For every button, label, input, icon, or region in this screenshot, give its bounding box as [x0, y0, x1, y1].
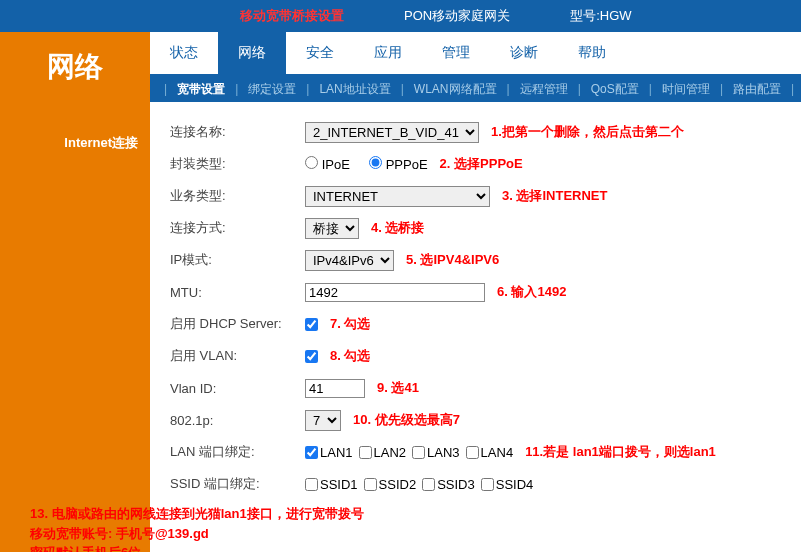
- tab-diag[interactable]: 诊断: [490, 32, 558, 74]
- note-4: 4. 选桥接: [371, 219, 424, 237]
- footnote-13: 13. 电脑或路由的网线连接到光猫lan1接口，进行宽带拨号: [30, 504, 781, 524]
- ssid3-checkbox[interactable]: [422, 478, 435, 491]
- note-10: 10. 优先级选最高7: [353, 411, 460, 429]
- radio-ipoe[interactable]: [305, 156, 318, 169]
- note-2: 2. 选择PPPoE: [440, 155, 523, 173]
- main-nav: 状态 网络 安全 应用 管理 诊断 帮助: [150, 32, 801, 76]
- header: 网络 状态 网络 安全 应用 管理 诊断 帮助 |宽带设置 |绑定设置 |LAN…: [0, 32, 801, 102]
- subnav-route[interactable]: 路由配置: [733, 81, 781, 98]
- lan1-checkbox[interactable]: [305, 446, 318, 459]
- tab-manage[interactable]: 管理: [422, 32, 490, 74]
- note-8: 8. 勾选: [330, 347, 370, 365]
- mtu-input[interactable]: [305, 283, 485, 302]
- subnav-qos[interactable]: QoS配置: [591, 81, 639, 98]
- note-9: 9. 选41: [377, 379, 419, 397]
- subnav-lan[interactable]: LAN地址设置: [319, 81, 390, 98]
- logo-text: 网络: [0, 32, 150, 102]
- note-7: 7. 勾选: [330, 315, 370, 333]
- conn-name-select[interactable]: 2_INTERNET_B_VID_41: [305, 122, 479, 143]
- vlan-checkbox[interactable]: [305, 350, 318, 363]
- lan-bind-label: LAN 端口绑定:: [170, 443, 305, 461]
- footer-notes: 13. 电脑或路由的网线连接到光猫lan1接口，进行宽带拨号 移动宽带账号: 手…: [30, 504, 781, 552]
- ssid-bind-label: SSID 端口绑定:: [170, 475, 305, 493]
- note-5: 5. 选IPV4&IPV6: [406, 251, 499, 269]
- ssid2-checkbox[interactable]: [364, 478, 377, 491]
- ssid1-checkbox[interactable]: [305, 478, 318, 491]
- biz-select[interactable]: INTERNET: [305, 186, 490, 207]
- tab-app[interactable]: 应用: [354, 32, 422, 74]
- ip-label: IP模式:: [170, 251, 305, 269]
- lan2-checkbox[interactable]: [359, 446, 372, 459]
- vlan-label: 启用 VLAN:: [170, 347, 305, 365]
- mode-label: 连接方式:: [170, 219, 305, 237]
- mode-select[interactable]: 桥接: [305, 218, 359, 239]
- mtu-label: MTU:: [170, 285, 305, 300]
- subnav-remote[interactable]: 远程管理: [520, 81, 568, 98]
- radio-pppoe[interactable]: [369, 156, 382, 169]
- tab-network[interactable]: 网络: [218, 32, 286, 74]
- subnav-binding[interactable]: 绑定设置: [248, 81, 296, 98]
- note-3: 3. 选择INTERNET: [502, 187, 607, 205]
- model-label: 型号:HGW: [570, 7, 631, 25]
- vlanid-label: Vlan ID:: [170, 381, 305, 396]
- vlanid-input[interactable]: [305, 379, 365, 398]
- 8021p-label: 802.1p:: [170, 413, 305, 428]
- subnav-time[interactable]: 时间管理: [662, 81, 710, 98]
- 8021p-select[interactable]: 7: [305, 410, 341, 431]
- sidebar-item-internet[interactable]: Internet连接: [0, 124, 150, 162]
- conn-name-label: 连接名称:: [170, 123, 305, 141]
- subnav-broadband[interactable]: 宽带设置: [177, 81, 225, 98]
- note-11: 11.若是 lan1端口拨号，则选lan1: [525, 443, 716, 461]
- footnote-account: 移动宽带账号: 手机号@139.gd: [30, 524, 781, 544]
- biz-label: 业务类型:: [170, 187, 305, 205]
- sidebar: Internet连接: [0, 102, 150, 552]
- note-1: 1.把第一个删除，然后点击第二个: [491, 123, 684, 141]
- device-type: PON移动家庭网关: [404, 7, 510, 25]
- footnote-password: 密码默认手机后6位: [30, 543, 781, 552]
- top-bar: 移动宽带桥接设置 PON移动家庭网关 型号:HGW: [0, 0, 801, 32]
- tab-status[interactable]: 状态: [150, 32, 218, 74]
- ssid4-checkbox[interactable]: [481, 478, 494, 491]
- page-title-annotation: 移动宽带桥接设置: [240, 7, 344, 25]
- lan3-checkbox[interactable]: [412, 446, 425, 459]
- note-6: 6. 输入1492: [497, 283, 566, 301]
- lan4-checkbox[interactable]: [466, 446, 479, 459]
- dhcp-label: 启用 DHCP Server:: [170, 315, 305, 333]
- subnav-wlan[interactable]: WLAN网络配置: [414, 81, 497, 98]
- content-panel: 连接名称: 2_INTERNET_B_VID_41 1.把第一个删除，然后点击第…: [150, 102, 801, 552]
- dhcp-checkbox[interactable]: [305, 318, 318, 331]
- ip-select[interactable]: IPv4&IPv6: [305, 250, 394, 271]
- encap-label: 封装类型:: [170, 155, 305, 173]
- tab-help[interactable]: 帮助: [558, 32, 626, 74]
- sub-nav: |宽带设置 |绑定设置 |LAN地址设置 |WLAN网络配置 |远程管理 |Qo…: [150, 76, 801, 102]
- tab-security[interactable]: 安全: [286, 32, 354, 74]
